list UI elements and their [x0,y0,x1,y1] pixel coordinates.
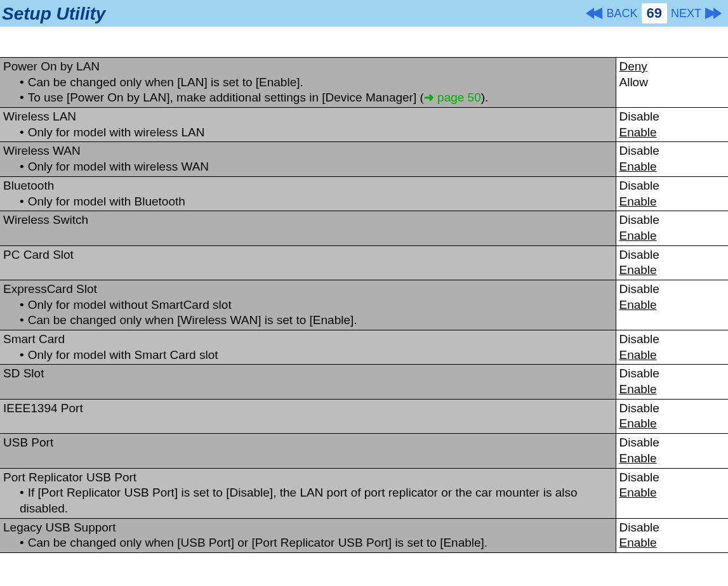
option-value: Enable [619,416,725,432]
setting-notes: Only for model with Smart Card slot [3,348,612,363]
setting-cell: BluetoothOnly for model with Bluetooth [0,176,616,211]
note-text: Only for model with wireless LAN [28,126,205,139]
table-row: Wireless WANOnly for model with wireless… [0,142,728,176]
setting-notes: Can be changed only when [LAN] is set to… [3,75,612,106]
options-cell: DisableEnable [616,330,728,365]
back-button[interactable]: BACK [606,7,637,20]
table-row: Legacy USB SupportCan be changed only wh… [0,518,728,552]
option-value: Enable [619,159,725,175]
option-value: Enable [619,125,725,141]
table-row: BluetoothOnly for model with BluetoothDi… [0,176,728,211]
setting-note: Can be changed only when [LAN] is set to… [20,75,612,91]
option-value: Enable [619,297,725,313]
back-arrow-icon[interactable] [586,8,602,19]
setting-name: Wireless LAN [3,109,612,125]
options-cell: DisableEnable [616,399,728,433]
option-value: Disable [619,282,725,297]
note-text: Only for model without SmartCard slot [28,298,232,311]
setting-note: Only for model without SmartCard slot [20,297,612,313]
option-value: Disable [619,247,725,263]
option-value: Disable [619,143,725,159]
note-text: Can be changed only when [LAN] is set to… [28,75,303,89]
setting-name: Legacy USB Support [3,520,612,536]
options-cell: DisableEnable [616,468,728,518]
setting-cell: Wireless Switch [0,211,616,245]
setting-name: IEEE1394 Port [3,401,612,417]
option-value: Enable [619,194,725,210]
options-cell: DisableEnable [616,108,728,142]
option-value: Disable [619,401,725,417]
note-suffix: ). [481,91,489,104]
options-cell: DisableEnable [616,280,728,330]
setting-notes: Only for model without SmartCard slotCan… [3,297,612,329]
setting-name: PC Card Slot [3,247,612,263]
option-value: Disable [619,332,725,348]
setting-cell: Smart CardOnly for model with Smart Card… [0,330,616,365]
table-row: Wireless LANOnly for model with wireless… [0,108,728,142]
setting-cell: SD Slot [0,365,616,399]
setting-cell: Wireless WANOnly for model with wireless… [0,142,616,176]
setting-note: Can be changed only when [USB Port] or [… [20,535,612,551]
options-cell: DisableEnable [616,142,728,176]
options-cell: DisableEnable [616,434,728,468]
page-title: Setup Utility [0,3,105,24]
note-text: Can be changed only when [Wireless WAN] … [28,313,357,327]
table-row: USB PortDisableEnable [0,434,728,468]
next-arrow-icon[interactable] [705,8,722,19]
arrow-right-icon: ➜ [424,91,437,104]
page-number: 69 [642,3,667,23]
setting-name: Wireless Switch [3,212,612,228]
option-value: Disable [619,212,725,228]
option-value: Enable [619,348,725,363]
setting-name: USB Port [3,435,612,451]
setting-cell: Power On by LANCan be changed only when … [0,58,616,108]
setting-notes: Only for model with wireless LAN [3,125,612,141]
setting-cell: PC Card Slot [0,245,616,280]
setting-note: Only for model with wireless LAN [20,125,612,141]
setting-note: If [Port Replicator USB Port] is set to … [20,485,612,516]
option-value: Enable [619,535,725,551]
next-button[interactable]: NEXT [671,7,701,20]
setting-notes: If [Port Replicator USB Port] is set to … [3,485,612,516]
options-cell: DenyAllow [616,58,728,108]
setting-name: ExpressCard Slot [3,282,612,297]
setting-cell: Port Replicator USB PortIf [Port Replica… [0,468,616,518]
option-value: Disable [619,366,725,382]
setting-name: Power On by LAN [3,59,612,75]
note-text: Only for model with Smart Card slot [28,348,218,361]
option-value: Disable [619,520,725,536]
option-value: Enable [619,451,725,467]
setting-cell: IEEE1394 Port [0,399,616,433]
option-value: Enable [619,228,725,244]
option-value: Deny [619,59,725,75]
note-text: If [Port Replicator USB Port] is set to … [20,486,578,515]
page-link[interactable]: page 50 [437,91,481,104]
setting-name: Bluetooth [3,178,612,194]
setting-note: Only for model with wireless WAN [20,159,612,175]
setting-note: Only for model with Bluetooth [20,194,612,210]
setting-note: Can be changed only when [Wireless WAN] … [20,313,612,329]
table-row: Power On by LANCan be changed only when … [0,58,728,108]
header-bar: Setup Utility BACK 69 NEXT [0,0,728,27]
options-cell: DisableEnable [616,245,728,280]
setting-cell: Wireless LANOnly for model with wireless… [0,108,616,142]
options-cell: DisableEnable [616,176,728,211]
setting-cell: ExpressCard SlotOnly for model without S… [0,280,616,330]
note-text: To use [Power On by LAN], make additiona… [28,91,424,104]
svg-marker-1 [586,8,594,19]
options-cell: DisableEnable [616,518,728,552]
option-value: Enable [619,485,725,501]
note-text: Can be changed only when [USB Port] or [… [28,536,487,549]
setting-name: Wireless WAN [3,143,612,159]
options-cell: DisableEnable [616,211,728,245]
table-row: IEEE1394 PortDisableEnable [0,399,728,433]
table-row: Wireless SwitchDisableEnable [0,211,728,245]
setting-note: Only for model with Smart Card slot [20,348,612,363]
setting-notes: Only for model with wireless WAN [3,159,612,175]
table-row: PC Card SlotDisableEnable [0,245,728,280]
option-value: Enable [619,263,725,278]
setting-name: SD Slot [3,366,612,382]
table-row: SD SlotDisableEnable [0,365,728,399]
setting-note: To use [Power On by LAN], make additiona… [20,90,612,106]
option-value: Disable [619,435,725,451]
